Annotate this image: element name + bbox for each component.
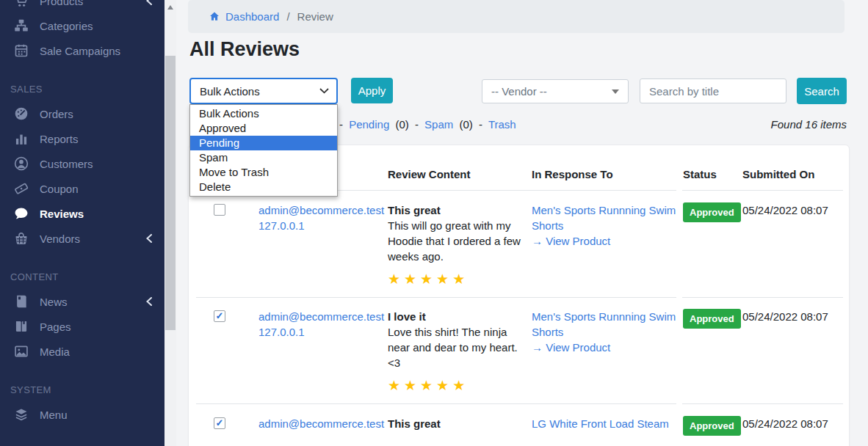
home-icon — [209, 11, 220, 22]
sidebar-item-products[interactable]: Products — [0, 0, 164, 13]
filter-separator: - — [479, 118, 482, 131]
sidebar-section-content: CONTENT — [0, 264, 164, 289]
breadcrumb-current: Review — [297, 10, 333, 23]
view-product-link[interactable]: View Product — [546, 341, 610, 354]
column-header-review-content: Review Content — [388, 168, 471, 180]
author-email-link[interactable]: admin@becommerce.test — [258, 202, 376, 218]
submitted-date: 05/24/2022 08:07 — [742, 309, 828, 324]
sidebar-item-reviews[interactable]: Reviews — [0, 201, 164, 226]
sidebar-item-label: Sale Campaigns — [40, 45, 153, 57]
vendor-select-placeholder: -- Vendor -- — [491, 85, 547, 98]
sidebar: Products Categories Sale Campaigns SALES — [0, 0, 164, 446]
rating-stars-icon: ★★★★★ — [388, 379, 526, 393]
found-items-summary: Found 16 items — [771, 118, 847, 131]
cart-icon — [13, 0, 29, 9]
sidebar-item-sale-campaigns[interactable]: Sale Campaigns — [0, 38, 164, 63]
search-input[interactable] — [640, 78, 786, 103]
comment-icon — [13, 205, 29, 222]
author-email-link[interactable]: admin@becommerce.test — [258, 416, 376, 431]
bulk-option-move-to-trash[interactable]: Move to Trash — [190, 165, 337, 180]
scroll-up-arrow-icon[interactable] — [167, 5, 173, 10]
column-header-status: Status — [683, 168, 717, 180]
author-cell: admin@becommerce.test 127.0.0.1 — [258, 202, 376, 233]
search-button[interactable]: Search — [797, 78, 847, 104]
status-cell: Approved — [683, 309, 741, 329]
sidebar-item-label: Menu — [40, 409, 153, 421]
sidebar-item-label: News — [40, 296, 145, 308]
sidebar-item-label: Reviews — [40, 208, 153, 220]
bulk-option-spam[interactable]: Spam — [190, 150, 337, 165]
sidebar-item-label: Customers — [40, 158, 153, 170]
author-ip-link[interactable]: 127.0.0.1 — [258, 218, 376, 233]
sidebar-item-pages[interactable]: Pages — [0, 314, 164, 339]
sidebar-scrollbar[interactable] — [164, 0, 176, 446]
sidebar-item-label: Coupon — [40, 183, 153, 195]
filter-pending-link[interactable]: Pending — [349, 118, 389, 131]
sidebar-item-label: Orders — [40, 108, 153, 120]
in-response-to-cell: LG White Front Load Steam — [532, 416, 677, 431]
row-checkbox[interactable] — [214, 417, 225, 429]
sidebar-item-label: Pages — [40, 321, 153, 333]
product-link[interactable]: Men's Sports Runnning Swim Shorts — [532, 310, 676, 338]
sidebar-item-vendors[interactable]: Vendors — [0, 226, 164, 251]
vendor-select[interactable]: -- Vendor -- — [482, 79, 629, 103]
book-icon — [13, 293, 29, 310]
image-icon — [13, 343, 29, 359]
sidebar-item-categories[interactable]: Categories — [0, 13, 164, 38]
review-content-cell: I love it Love this shirt! The ninja nea… — [388, 309, 526, 393]
scrollbar-thumb[interactable] — [165, 56, 176, 330]
review-content-cell: This great This will go great with my Ho… — [388, 202, 526, 287]
filter-trash-link[interactable]: Trash — [488, 118, 516, 131]
sidebar-item-media[interactable]: Media — [0, 339, 164, 364]
bulk-option-delete[interactable]: Delete — [190, 180, 337, 194]
sidebar-item-customers[interactable]: Customers — [0, 151, 164, 176]
column-header-submitted-on: Submitted On — [742, 168, 814, 180]
ticket-icon — [13, 180, 29, 197]
sidebar-item-coupon[interactable]: Coupon — [0, 176, 164, 201]
breadcrumb-dashboard-link[interactable]: Dashboard — [209, 10, 279, 23]
sidebar-item-label: Products — [40, 0, 145, 7]
rating-stars-icon: ★★★★★ — [388, 272, 526, 287]
bulk-option-bulk-actions[interactable]: Bulk Actions — [190, 106, 337, 121]
sidebar-item-menu[interactable]: Menu — [0, 402, 164, 427]
column-header-in-response-to: In Response To — [532, 168, 613, 180]
author-email-link[interactable]: admin@becommerce.test — [258, 309, 376, 324]
bar-chart-icon — [13, 131, 29, 147]
row-checkbox[interactable] — [214, 310, 225, 322]
row-divider — [196, 403, 676, 404]
author-ip-link[interactable]: 127.0.0.1 — [258, 324, 376, 340]
sidebar-item-reports[interactable]: Reports — [0, 126, 164, 151]
filter-separator: - — [339, 118, 343, 131]
review-title: I love it — [388, 309, 526, 324]
filter-spam-link[interactable]: Spam — [424, 118, 453, 131]
arrow-right-icon: → — [532, 235, 543, 247]
sitemap-icon — [13, 18, 29, 34]
status-badge: Approved — [683, 309, 741, 329]
filter-spam-count: (0) — [459, 118, 472, 131]
header-divider — [682, 190, 843, 191]
dropdown-arrow-icon — [612, 89, 619, 94]
sidebar-item-news[interactable]: News — [0, 289, 164, 314]
view-product-link[interactable]: View Product — [546, 235, 610, 247]
sidebar-item-label: Media — [40, 346, 153, 358]
status-cell: Approved — [683, 202, 741, 222]
apply-button[interactable]: Apply — [351, 78, 393, 103]
breadcrumb-separator: / — [286, 10, 289, 23]
arrow-right-icon: → — [532, 341, 543, 354]
sidebar-item-label: Vendors — [40, 233, 145, 245]
product-link[interactable]: Men's Sports Runnning Swim Shorts — [532, 204, 676, 232]
review-content-cell: This great — [388, 416, 526, 431]
product-link[interactable]: LG White Front Load Steam — [532, 417, 669, 430]
row-checkbox[interactable] — [214, 204, 225, 216]
status-badge: Approved — [683, 202, 741, 222]
sidebar-item-orders[interactable]: Orders — [0, 101, 164, 126]
admin-app: Products Categories Sale Campaigns SALES — [0, 0, 868, 446]
author-cell: admin@becommerce.test 127.0.0.1 — [258, 309, 376, 340]
bulk-option-approved[interactable]: Approved — [190, 121, 337, 136]
bulk-actions-select[interactable]: Bulk Actions — [189, 78, 338, 104]
sidebar-item-label: Categories — [40, 20, 153, 32]
review-body: This will go great with my Hoodie that I… — [388, 218, 526, 264]
bulk-actions-dropdown: Bulk Actions Approved Pending Spam Move … — [189, 104, 338, 197]
review-title: This great — [388, 202, 526, 218]
bulk-option-pending[interactable]: Pending — [190, 136, 337, 150]
